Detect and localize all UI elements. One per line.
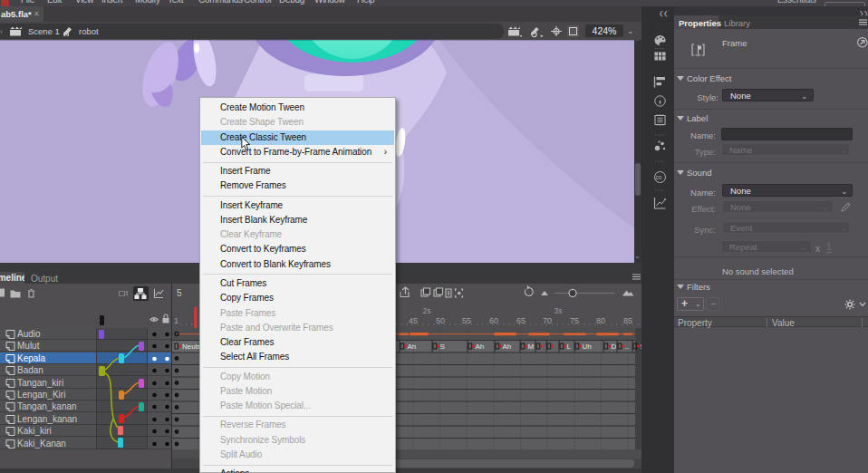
svg-text:2s: 2s — [423, 306, 431, 315]
svg-text:D: D — [612, 343, 617, 351]
svg-text:5: 5 — [177, 288, 182, 298]
svg-text:45: 45 — [409, 316, 418, 325]
svg-text:3s: 3s — [555, 306, 563, 315]
svg-text:M: M — [528, 343, 535, 351]
svg-text:Neutr: Neutr — [182, 343, 200, 351]
svg-text:L: L — [567, 343, 572, 351]
svg-text:..: .. — [625, 343, 629, 351]
svg-text:co: co — [656, 174, 662, 180]
svg-text:Uh: Uh — [583, 343, 592, 351]
svg-text:50: 50 — [436, 316, 445, 325]
svg-text:Ah: Ah — [476, 343, 485, 351]
svg-text:65: 65 — [516, 316, 526, 325]
svg-text:75: 75 — [570, 316, 579, 325]
svg-text:Ah: Ah — [503, 343, 512, 351]
svg-text:1: 1 — [174, 316, 178, 325]
svg-text:Ah: Ah — [408, 343, 417, 351]
svg-text:60: 60 — [489, 316, 498, 325]
svg-text:S: S — [440, 343, 445, 351]
